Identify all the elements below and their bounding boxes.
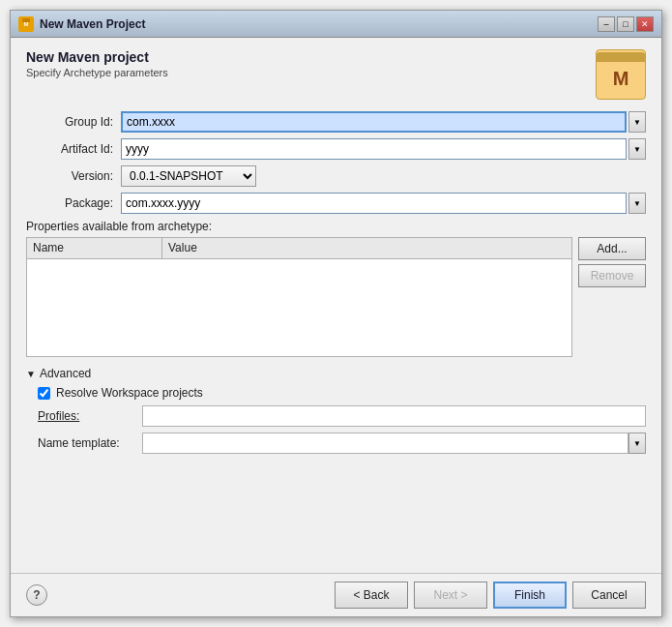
group-id-input[interactable] — [121, 111, 627, 133]
artifact-id-input-wrap: ▼ — [121, 138, 646, 160]
group-id-row: Group Id: ▼ — [26, 111, 646, 133]
package-dropdown[interactable]: ▼ — [628, 193, 646, 214]
resolve-label: Resolve Workspace projects — [56, 386, 203, 400]
profiles-label: Profiles: — [38, 409, 134, 423]
advanced-section: ▼ Advanced Resolve Workspace projects Pr… — [26, 367, 646, 454]
artifact-id-dropdown[interactable]: ▼ — [628, 138, 646, 160]
window-icon: M — [18, 16, 34, 32]
artifact-id-label: Artifact Id: — [26, 142, 113, 156]
properties-section-label: Properties available from archetype: — [26, 220, 646, 233]
package-input[interactable] — [121, 193, 627, 214]
package-input-wrap: ▼ — [121, 193, 646, 214]
advanced-toggle[interactable]: ▼ Advanced — [26, 367, 646, 380]
add-button[interactable]: Add... — [578, 237, 646, 260]
properties-table: Name Value — [26, 237, 572, 357]
minimize-button[interactable]: – — [598, 16, 615, 32]
advanced-content: Resolve Workspace projects Profiles: Nam… — [38, 386, 646, 454]
col-value-header: Value — [162, 238, 571, 258]
name-template-dropdown[interactable]: ▼ — [628, 433, 646, 454]
nav-buttons: < Back Next > Finish Cancel — [53, 582, 646, 609]
svg-text:M: M — [24, 21, 29, 27]
dialog-header: New Maven project Specify Archetype para… — [26, 49, 646, 100]
profiles-row: Profiles: — [38, 405, 646, 427]
title-bar: M New Maven Project – □ ✕ — [11, 11, 661, 38]
logo-letter: M — [613, 68, 629, 90]
dialog-title: New Maven project — [26, 49, 168, 65]
advanced-label: Advanced — [40, 367, 91, 380]
dialog-content: New Maven project Specify Archetype para… — [11, 38, 661, 573]
window-title: New Maven Project — [40, 17, 592, 31]
logo-top — [597, 52, 645, 62]
form-fields: Group Id: ▼ Artifact Id: ▼ Version: 0.0.… — [26, 111, 646, 214]
col-name-header: Name — [27, 238, 162, 258]
artifact-id-input[interactable] — [121, 138, 627, 160]
package-label: Package: — [26, 196, 113, 210]
maven-logo: M — [596, 49, 646, 100]
properties-area: Name Value Add... Remove — [26, 237, 646, 357]
artifact-id-row: Artifact Id: ▼ — [26, 138, 646, 160]
table-body — [27, 259, 571, 356]
group-id-input-wrap: ▼ — [121, 111, 646, 133]
name-template-row: Name template: ▼ — [38, 433, 646, 454]
name-template-input[interactable] — [142, 433, 628, 454]
group-id-label: Group Id: — [26, 115, 113, 129]
triangle-icon: ▼ — [26, 369, 36, 379]
group-id-dropdown[interactable]: ▼ — [628, 111, 646, 133]
name-template-label: Name template: — [38, 436, 134, 450]
profiles-input[interactable] — [142, 405, 646, 427]
help-button[interactable]: ? — [26, 584, 47, 606]
spacer — [26, 454, 646, 561]
finish-button[interactable]: Finish — [493, 582, 567, 609]
next-button[interactable]: Next > — [414, 582, 487, 609]
version-row: Version: 0.0.1-SNAPSHOT — [26, 165, 646, 187]
table-action-buttons: Add... Remove — [578, 237, 646, 357]
cancel-button[interactable]: Cancel — [572, 582, 646, 609]
version-select[interactable]: 0.0.1-SNAPSHOT — [121, 165, 256, 187]
bottom-bar: ? < Back Next > Finish Cancel — [11, 573, 661, 616]
maximize-button[interactable]: □ — [617, 16, 634, 32]
header-text: New Maven project Specify Archetype para… — [26, 49, 168, 78]
window-controls: – □ ✕ — [598, 16, 654, 32]
version-label: Version: — [26, 169, 113, 183]
dialog-window: M New Maven Project – □ ✕ New Maven proj… — [10, 10, 662, 617]
back-button[interactable]: < Back — [335, 582, 408, 609]
name-template-input-wrap: ▼ — [142, 433, 646, 454]
resolve-row: Resolve Workspace projects — [38, 386, 646, 400]
close-button[interactable]: ✕ — [636, 16, 654, 32]
package-row: Package: ▼ — [26, 193, 646, 214]
remove-button[interactable]: Remove — [578, 264, 646, 287]
resolve-checkbox[interactable] — [38, 387, 50, 400]
dialog-subtitle: Specify Archetype parameters — [26, 67, 168, 78]
table-header: Name Value — [27, 238, 571, 259]
